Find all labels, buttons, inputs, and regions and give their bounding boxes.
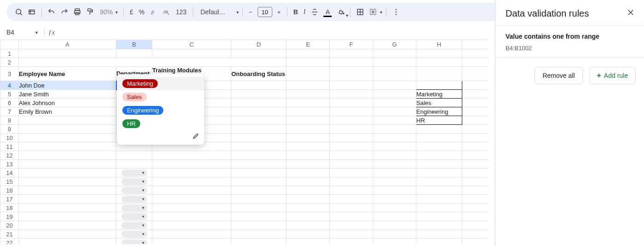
employee-name-cell[interactable]: Jane Smith — [19, 90, 116, 99]
name-box[interactable]: B4 ▾ — [4, 29, 40, 36]
dropdown-chip[interactable] — [121, 187, 147, 194]
row-header[interactable]: 19 — [0, 212, 19, 221]
row-header[interactable]: 15 — [0, 177, 19, 186]
col-header-H[interactable]: H — [416, 40, 462, 49]
zoom-value[interactable]: 90% — [100, 8, 113, 16]
row-header[interactable]: 6 — [0, 99, 19, 107]
fill-color-button[interactable]: ▾ — [334, 6, 346, 18]
select-range-icon[interactable] — [26, 6, 38, 18]
decrease-decimal-icon[interactable]: .0 — [148, 6, 160, 18]
print-icon[interactable] — [71, 6, 83, 18]
dropdown-chip[interactable] — [121, 205, 147, 211]
col-header-F[interactable]: F — [330, 40, 373, 49]
dept-list-cell[interactable]: HR — [416, 116, 462, 125]
row-header[interactable]: 20 — [0, 221, 19, 230]
dropdown-option[interactable]: Engineering — [117, 104, 204, 117]
row-header[interactable]: 17 — [0, 195, 19, 204]
rule-title: Value contains one from range — [506, 32, 634, 41]
name-box-caret-icon: ▾ — [35, 30, 38, 35]
row-header[interactable]: 13 — [0, 160, 19, 169]
row-header[interactable]: 12 — [0, 151, 19, 160]
row-header[interactable]: 18 — [0, 204, 19, 212]
col-header-C[interactable]: C — [152, 40, 231, 49]
zoom-caret-icon[interactable]: ▾ — [115, 10, 118, 15]
col-header-D[interactable]: D — [231, 40, 287, 49]
search-icon[interactable] — [13, 6, 25, 18]
row-header[interactable]: 8 — [0, 116, 19, 125]
dropdown-chip[interactable] — [121, 178, 147, 185]
bold-button[interactable]: B — [291, 8, 300, 16]
row-header[interactable]: 1 — [0, 49, 19, 58]
increase-font-icon[interactable]: + — [275, 6, 283, 18]
dropdown-chip[interactable] — [121, 231, 147, 238]
dropdown-chip[interactable] — [121, 240, 147, 245]
fx-icon: ƒx — [48, 29, 55, 36]
row-header[interactable]: 11 — [0, 142, 19, 151]
spreadsheet-grid[interactable]: A B C D E F G H 12Onboarding Status3Empl… — [0, 40, 488, 244]
dropdown-option[interactable]: Sales — [117, 90, 204, 104]
col-header-B[interactable]: B — [116, 40, 152, 49]
validation-rule-item[interactable]: Value contains one from range B4:B1002 — [495, 26, 644, 58]
svg-text:.0: .0 — [151, 10, 155, 14]
dropdown-option[interactable]: Marketing — [117, 77, 204, 90]
font-select[interactable]: Defaul… — [197, 8, 236, 16]
dept-list-cell[interactable]: Sales — [416, 99, 462, 107]
svg-point-17 — [396, 12, 397, 12]
dropdown-pill: Engineering — [122, 106, 163, 115]
dept-list-header: Department List — [416, 81, 462, 90]
more-formats-button[interactable]: 123 — [173, 8, 189, 16]
column-header-cell: Onboarding Status — [231, 67, 287, 81]
svg-line-1 — [20, 13, 22, 15]
row-header[interactable]: 14 — [0, 169, 19, 177]
dropdown-chip[interactable] — [121, 170, 147, 176]
row-header[interactable]: 21 — [0, 230, 19, 239]
merge-icon[interactable] — [367, 6, 379, 18]
row-header[interactable]: 7 — [0, 107, 19, 116]
dropdown-option[interactable]: HR — [117, 117, 204, 130]
dropdown-chip[interactable] — [121, 213, 147, 220]
row-header[interactable]: 5 — [0, 90, 19, 99]
percent-button[interactable]: % — [137, 8, 147, 16]
employee-name-cell[interactable]: Emily Brown — [19, 107, 116, 116]
col-header-G[interactable]: G — [373, 40, 416, 49]
dropdown-chip[interactable] — [121, 222, 147, 229]
col-header-A[interactable]: A — [19, 40, 116, 49]
dept-list-cell[interactable]: Engineering — [416, 107, 462, 116]
svg-point-16 — [396, 9, 397, 10]
employee-name-cell[interactable]: Alex Johnson — [19, 99, 116, 107]
row-header[interactable]: 16 — [0, 186, 19, 195]
row-header[interactable]: 9 — [0, 125, 19, 134]
decrease-font-icon[interactable]: − — [247, 6, 255, 18]
borders-icon[interactable] — [354, 6, 366, 18]
dept-list-cell[interactable]: Marketing — [416, 90, 462, 99]
increase-decimal-icon[interactable]: .00 — [161, 6, 172, 18]
font-caret-icon[interactable]: ▾ — [236, 10, 239, 15]
close-icon[interactable] — [627, 8, 635, 19]
row-header[interactable]: 22 — [0, 239, 19, 245]
col-header-I[interactable] — [462, 40, 488, 49]
merge-caret-icon[interactable]: ▾ — [380, 10, 382, 15]
text-color-button[interactable]: A — [322, 6, 334, 18]
strikethrough-button[interactable] — [309, 6, 321, 18]
font-name-label: Defaul… — [201, 8, 225, 16]
more-icon[interactable] — [390, 6, 402, 18]
remove-all-button[interactable]: Remove all — [535, 67, 582, 84]
panel-title: Data validation rules — [506, 8, 589, 19]
paint-format-icon[interactable] — [84, 6, 96, 18]
redo-icon[interactable] — [58, 6, 70, 18]
svg-rect-2 — [29, 10, 34, 14]
select-all-corner[interactable] — [0, 40, 19, 49]
row-header[interactable]: 3 — [0, 67, 19, 81]
employee-name-cell[interactable]: John Doe — [19, 81, 116, 90]
dropdown-chip[interactable] — [121, 196, 147, 203]
italic-button[interactable]: I — [301, 8, 308, 16]
edit-dropdown-icon[interactable] — [192, 132, 200, 141]
row-header[interactable]: 10 — [0, 134, 19, 142]
row-header[interactable]: 2 — [0, 58, 19, 67]
undo-icon[interactable] — [46, 6, 58, 18]
currency-button[interactable]: £ — [127, 8, 136, 16]
font-size-input[interactable]: 10 — [258, 7, 272, 17]
col-header-E[interactable]: E — [287, 40, 330, 49]
row-header[interactable]: 4 — [0, 81, 19, 90]
add-rule-button[interactable]: + Add rule — [589, 67, 636, 84]
